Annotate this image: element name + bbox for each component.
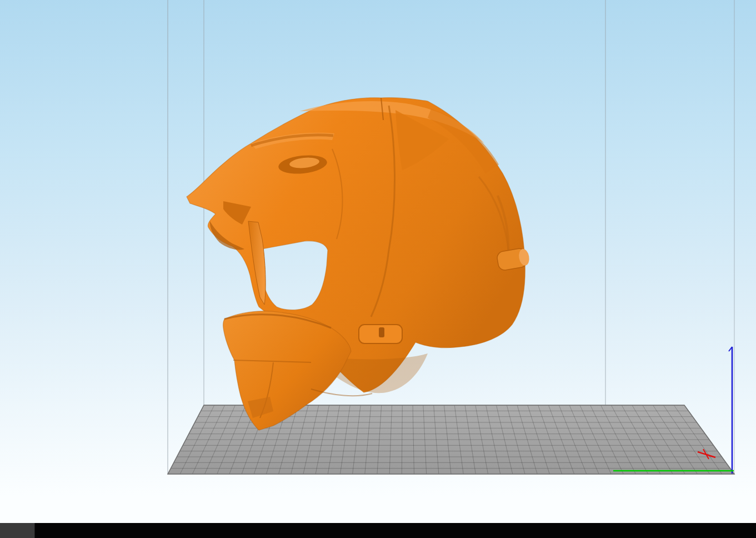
model-hinge-clip	[359, 325, 402, 343]
slicer-window	[0, 0, 756, 538]
scene-canvas	[0, 0, 756, 523]
viewport-3d[interactable]	[0, 0, 756, 523]
bottom-toolbar-segment	[0, 523, 35, 538]
bottom-toolbar	[0, 523, 756, 538]
model-tiger-helmet[interactable]	[187, 98, 530, 430]
